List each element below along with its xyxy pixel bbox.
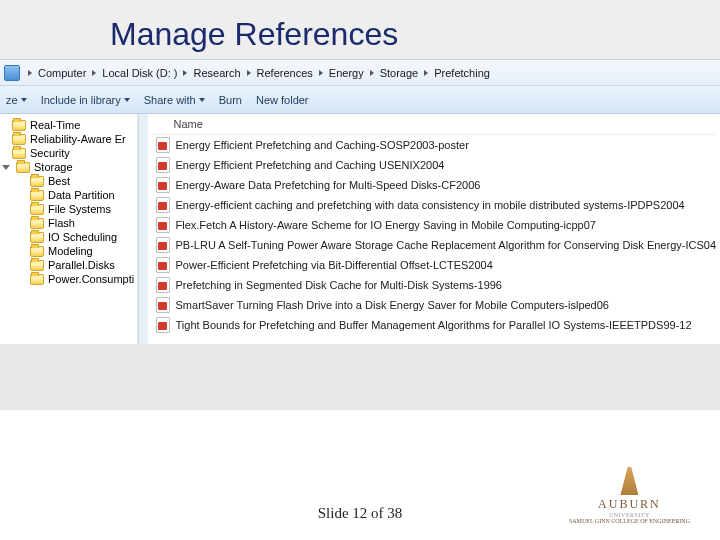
address-bar[interactable]: Computer Local Disk (D: ) Research Refer… xyxy=(0,60,720,86)
tree-item[interactable]: Real-Time xyxy=(2,118,137,132)
pdf-icon xyxy=(156,297,170,313)
tree-item[interactable]: Data Partition xyxy=(2,188,137,202)
explorer-body: Real-TimeReliability-Aware ErSecuritySto… xyxy=(0,114,720,344)
pdf-icon xyxy=(156,277,170,293)
chevron-down-icon xyxy=(124,98,130,102)
slide-footer: Slide 12 of 38 AUBURN UNIVERSITY SAMUEL … xyxy=(0,410,720,540)
tree-item[interactable]: Best xyxy=(2,174,137,188)
auburn-logo-college: SAMUEL GINN COLLEGE OF ENGINEERING xyxy=(569,518,690,524)
column-header-name[interactable]: Name xyxy=(174,118,203,130)
tree-item-label: Storage xyxy=(34,161,73,173)
folder-icon xyxy=(30,274,44,285)
slide-title: Manage References xyxy=(0,0,720,59)
chevron-right-icon xyxy=(370,70,374,76)
folder-icon xyxy=(30,218,44,229)
file-row[interactable]: Prefetching in Segmented Disk Cache for … xyxy=(152,275,716,295)
tree-item-label: Parallel.Disks xyxy=(48,259,115,271)
tree-item[interactable]: Power.Consumpti xyxy=(2,272,137,286)
chevron-right-icon xyxy=(319,70,323,76)
file-row[interactable]: Energy-efficient caching and prefetching… xyxy=(152,195,716,215)
breadcrumb-references[interactable]: References xyxy=(255,67,315,79)
file-row[interactable]: Power-Efficient Prefetching via Bit-Diff… xyxy=(152,255,716,275)
computer-icon xyxy=(4,65,20,81)
chevron-right-icon xyxy=(92,70,96,76)
burn-button[interactable]: Burn xyxy=(219,94,242,106)
chevron-right-icon xyxy=(28,70,32,76)
file-row[interactable]: Energy Efficient Prefetching and Caching… xyxy=(152,135,716,155)
chevron-right-icon xyxy=(247,70,251,76)
chevron-down-icon xyxy=(199,98,205,102)
tree-item-label: Best xyxy=(48,175,70,187)
breadcrumb-research[interactable]: Research xyxy=(191,67,242,79)
file-row[interactable]: PB-LRU A Self-Tuning Power Aware Storage… xyxy=(152,235,716,255)
chevron-down-icon[interactable] xyxy=(2,165,10,170)
pdf-icon xyxy=(156,177,170,193)
tree-item-label: Security xyxy=(30,147,70,159)
chevron-down-icon xyxy=(21,98,27,102)
tree-item[interactable]: Modeling xyxy=(2,244,137,258)
new-folder-label: New folder xyxy=(256,94,309,106)
auburn-logo-name: AUBURN xyxy=(569,497,690,512)
folder-icon xyxy=(30,232,44,243)
pdf-icon xyxy=(156,137,170,153)
tree-scrollbar[interactable] xyxy=(138,114,147,344)
folder-icon xyxy=(30,176,44,187)
tree-item[interactable]: Reliability-Aware Er xyxy=(2,132,137,146)
tree-item-label: Data Partition xyxy=(48,189,115,201)
breadcrumb-prefetching[interactable]: Prefetching xyxy=(432,67,492,79)
file-row[interactable]: Tight Bounds for Prefetching and Buffer … xyxy=(152,315,716,335)
chevron-right-icon xyxy=(183,70,187,76)
burn-label: Burn xyxy=(219,94,242,106)
folder-icon xyxy=(30,204,44,215)
pdf-icon xyxy=(156,197,170,213)
auburn-logo-icon xyxy=(620,467,638,495)
tree-item-label: Modeling xyxy=(48,245,93,257)
file-name: PB-LRU A Self-Tuning Power Aware Storage… xyxy=(176,239,716,251)
folder-icon xyxy=(12,134,26,145)
tree-item[interactable]: File Systems xyxy=(2,202,137,216)
file-row[interactable]: Energy Efficient Prefetching and Caching… xyxy=(152,155,716,175)
tree-item[interactable]: IO Scheduling xyxy=(2,230,137,244)
file-row[interactable]: Energy-Aware Data Prefetching for Multi-… xyxy=(152,175,716,195)
column-header-row[interactable]: Name xyxy=(152,114,716,135)
pdf-icon xyxy=(156,217,170,233)
pdf-icon xyxy=(156,237,170,253)
file-name: Energy-Aware Data Prefetching for Multi-… xyxy=(176,179,481,191)
new-folder-button[interactable]: New folder xyxy=(256,94,309,106)
pdf-icon xyxy=(156,257,170,273)
tree-item[interactable]: Storage xyxy=(2,160,137,174)
folder-icon xyxy=(30,190,44,201)
folder-icon xyxy=(16,162,30,173)
file-name: Tight Bounds for Prefetching and Buffer … xyxy=(176,319,692,331)
explorer-window: Computer Local Disk (D: ) Research Refer… xyxy=(0,59,720,344)
auburn-logo: AUBURN UNIVERSITY SAMUEL GINN COLLEGE OF… xyxy=(569,467,690,524)
include-in-library-button[interactable]: Include in library xyxy=(41,94,130,106)
tree-item-label: File Systems xyxy=(48,203,111,215)
file-row[interactable]: Flex.Fetch A History-Aware Scheme for IO… xyxy=(152,215,716,235)
folder-icon xyxy=(30,260,44,271)
slide-counter: Slide 12 of 38 xyxy=(318,505,403,522)
organize-button[interactable]: ze xyxy=(6,94,27,106)
share-with-button[interactable]: Share with xyxy=(144,94,205,106)
folder-tree[interactable]: Real-TimeReliability-Aware ErSecuritySto… xyxy=(0,114,138,344)
file-list[interactable]: Name Energy Efficient Prefetching and Ca… xyxy=(148,114,720,344)
folder-icon xyxy=(12,148,26,159)
file-name: Energy Efficient Prefetching and Caching… xyxy=(176,159,445,171)
file-name: Energy Efficient Prefetching and Caching… xyxy=(176,139,469,151)
file-name: Energy-efficient caching and prefetching… xyxy=(176,199,685,211)
tree-item[interactable]: Parallel.Disks xyxy=(2,258,137,272)
tree-item[interactable]: Flash xyxy=(2,216,137,230)
folder-icon xyxy=(12,120,26,131)
tree-item-label: Real-Time xyxy=(30,119,80,131)
tree-item-label: Power.Consumpti xyxy=(48,273,134,285)
file-name: Flex.Fetch A History-Aware Scheme for IO… xyxy=(176,219,596,231)
toolbar: ze Include in library Share with Burn Ne… xyxy=(0,86,720,114)
breadcrumb-disk[interactable]: Local Disk (D: ) xyxy=(100,67,179,79)
chevron-right-icon xyxy=(424,70,428,76)
breadcrumb-storage[interactable]: Storage xyxy=(378,67,421,79)
file-name: SmartSaver Turning Flash Drive into a Di… xyxy=(176,299,609,311)
breadcrumb-computer[interactable]: Computer xyxy=(36,67,88,79)
file-row[interactable]: SmartSaver Turning Flash Drive into a Di… xyxy=(152,295,716,315)
tree-item[interactable]: Security xyxy=(2,146,137,160)
breadcrumb-energy[interactable]: Energy xyxy=(327,67,366,79)
